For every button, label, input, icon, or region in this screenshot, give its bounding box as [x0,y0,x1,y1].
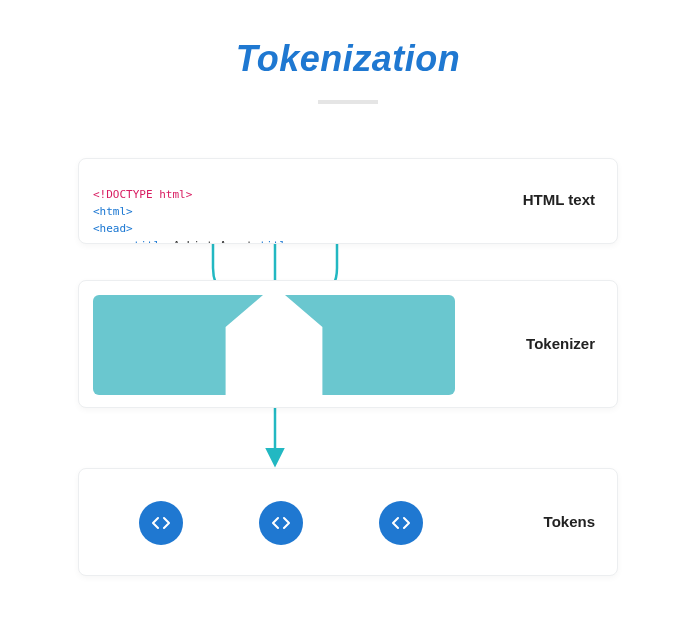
html-text-label: HTML text [523,191,595,208]
code-html-open: <html> [93,205,133,218]
code-title-open: <title> [127,239,173,244]
token-node [379,501,423,545]
title-underline [318,100,378,104]
code-icon [272,516,290,530]
tokenization-diagram: Tokenization <!DOCTYPE html> <html> <hea… [0,0,696,635]
token-node [139,501,183,545]
diagram-title: Tokenization [0,0,696,80]
html-text-card: <!DOCTYPE html> <html> <head> <title>A L… [78,158,618,244]
code-icon [152,516,170,530]
tokenizer-funnel-right [285,295,455,395]
html-code-block: <!DOCTYPE html> <html> <head> <title>A L… [93,169,425,244]
code-doctype: <!DOCTYPE html> [93,188,192,201]
code-head-open: <head> [93,222,133,235]
tokenizer-card: Tokenizer [78,280,618,408]
tokenizer-label: Tokenizer [526,335,595,352]
token-node [259,501,303,545]
code-title-text: A List Apart [173,239,252,244]
tokens-card: Tokens [78,468,618,576]
tokenizer-funnel-left [93,295,263,395]
code-title-close: <title> [253,239,299,244]
code-icon [392,516,410,530]
tokens-label: Tokens [544,513,595,530]
